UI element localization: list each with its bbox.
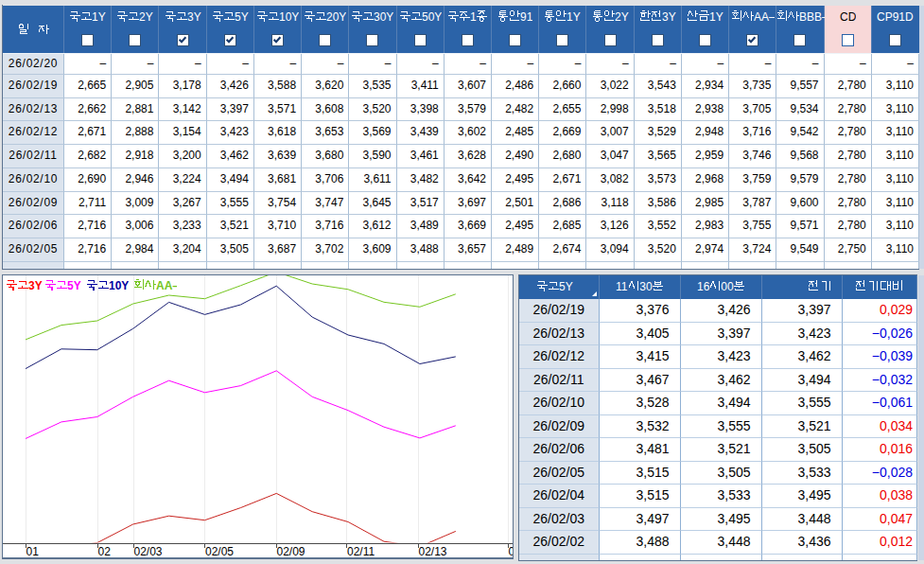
svg-text:CD: CD <box>840 10 856 22</box>
svg-text:1Y: 1Y <box>709 10 724 22</box>
svg-text:1Y: 1Y <box>567 10 581 22</box>
svg-text:CP91D: CP91D <box>877 10 914 22</box>
svg-text:1: 1 <box>470 10 477 22</box>
svg-text:16: 16 <box>697 280 710 291</box>
svg-text:1Y: 1Y <box>92 10 106 22</box>
svg-text:01: 01 <box>26 545 40 558</box>
svg-text:3Y: 3Y <box>28 279 43 291</box>
svg-text:10Y: 10Y <box>109 279 129 291</box>
svg-text:02/05: 02/05 <box>205 545 234 558</box>
svg-text:2Y: 2Y <box>139 10 153 22</box>
svg-text:02/09: 02/09 <box>277 545 305 558</box>
svg-text:00: 00 <box>721 280 734 291</box>
svg-text:20Y: 20Y <box>326 10 346 22</box>
svg-text:2Y: 2Y <box>615 10 629 22</box>
svg-text:02/13: 02/13 <box>419 545 447 558</box>
svg-text:30: 30 <box>639 280 653 291</box>
svg-text:5Y: 5Y <box>559 280 573 291</box>
svg-text:3Y: 3Y <box>187 10 201 22</box>
svg-text:AA–: AA– <box>754 10 775 22</box>
svg-text:5Y: 5Y <box>235 10 249 22</box>
svg-text:11: 11 <box>616 280 628 291</box>
svg-text:02/03: 02/03 <box>134 545 163 558</box>
svg-text:02: 02 <box>98 545 112 558</box>
svg-text:30Y: 30Y <box>374 10 393 22</box>
svg-text:AA–: AA– <box>156 279 177 291</box>
svg-text:50Y: 50Y <box>422 10 442 22</box>
svg-text:10Y: 10Y <box>279 10 299 22</box>
svg-text:02/11: 02/11 <box>347 545 375 558</box>
svg-text:02/20: 02/20 <box>509 545 514 558</box>
svg-text:3Y: 3Y <box>662 10 676 22</box>
svg-text:5Y: 5Y <box>67 279 81 291</box>
svg-text:91: 91 <box>520 10 532 22</box>
